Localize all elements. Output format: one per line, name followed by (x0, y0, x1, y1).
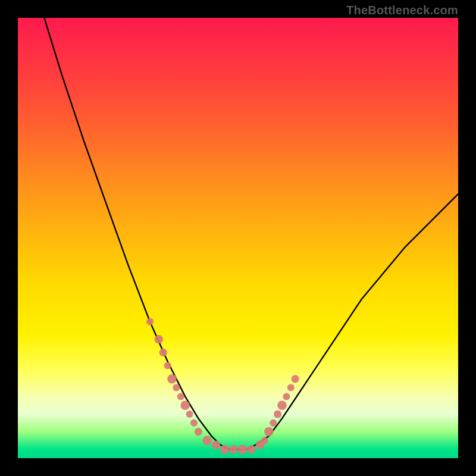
chart-marker (195, 428, 202, 436)
chart-marker (274, 410, 281, 418)
chart-marker (167, 374, 177, 384)
chart-marker (229, 445, 237, 453)
chart-marker (264, 427, 274, 437)
chart-marker (283, 393, 290, 400)
chart-marker (277, 400, 287, 410)
chart-marker (270, 419, 277, 427)
chart-marker (159, 349, 167, 356)
chart-svg (18, 18, 458, 458)
chart-marker (292, 375, 299, 383)
watermark-text: TheBottleneck.com (346, 4, 458, 17)
chart-marker (186, 411, 193, 418)
chart-marker (287, 384, 295, 392)
chart-frame: TheBottleneck.com (0, 0, 476, 476)
chart-markers (146, 318, 299, 454)
chart-marker (155, 335, 163, 343)
chart-marker (146, 318, 154, 325)
chart-marker (202, 436, 212, 446)
chart-marker (247, 445, 255, 453)
chart-plot-area (18, 18, 458, 458)
chart-marker (212, 441, 220, 449)
chart-marker (164, 362, 171, 369)
chart-marker (238, 444, 248, 454)
chart-marker (190, 419, 198, 427)
chart-marker (177, 393, 184, 400)
chart-marker (220, 444, 230, 454)
chart-marker (173, 384, 180, 392)
chart-curve (44, 18, 458, 449)
chart-marker (180, 400, 190, 410)
chart-marker (261, 437, 268, 444)
